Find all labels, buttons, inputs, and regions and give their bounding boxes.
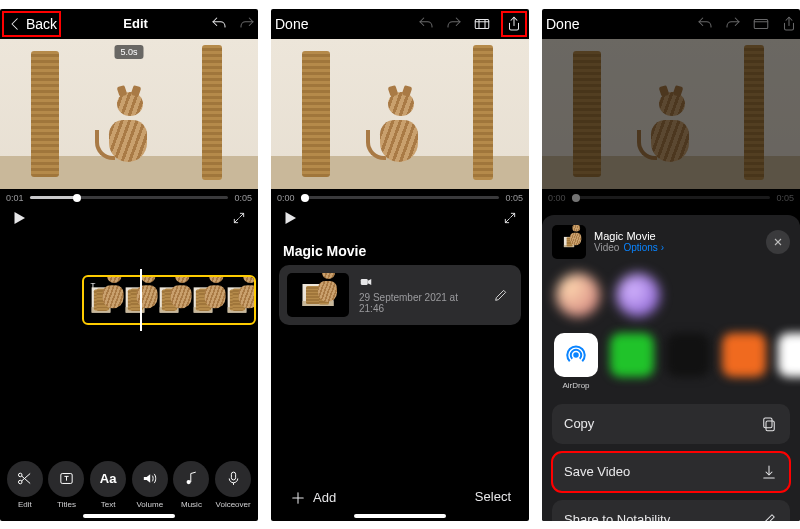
svg-point-3 [19, 473, 23, 477]
svg-point-8 [186, 480, 190, 484]
project-date: 29 September 2021 at 21:46 [359, 292, 479, 314]
redo-icon[interactable] [238, 15, 256, 33]
contact-avatar[interactable] [556, 273, 600, 317]
project-topbar: Done [271, 9, 529, 39]
chevron-left-icon [6, 15, 24, 33]
project-card[interactable]: 29 September 2021 at 21:46 [279, 265, 521, 325]
svg-line-16 [505, 218, 509, 222]
tool-music[interactable]: Music [171, 461, 211, 509]
svg-line-2 [240, 213, 244, 217]
preview-controls [271, 207, 529, 233]
tool-voiceover[interactable]: Voiceover [213, 461, 253, 509]
contact-avatar[interactable] [616, 273, 660, 317]
share-topbar: Done [542, 9, 800, 39]
svg-rect-9 [231, 472, 235, 480]
scrubber-track[interactable] [30, 196, 229, 199]
action-copy[interactable]: Copy [552, 404, 790, 444]
app-blurred[interactable] [666, 333, 710, 377]
svg-marker-0 [15, 212, 26, 224]
fullscreen-icon[interactable] [501, 209, 519, 227]
action-save-video[interactable]: Save Video [552, 452, 790, 492]
done-button: Done [544, 12, 581, 36]
svg-line-17 [511, 213, 515, 217]
titles-icon [58, 470, 75, 487]
project-thumbnail [287, 273, 349, 317]
video-preview[interactable] [271, 39, 529, 189]
tool-text[interactable]: Aa Text [88, 461, 128, 509]
svg-rect-28 [764, 418, 772, 428]
plus-icon [289, 489, 307, 507]
playhead[interactable] [140, 269, 142, 331]
undo-icon[interactable] [210, 15, 228, 33]
section-title: Magic Movie [271, 233, 529, 265]
share-button[interactable] [501, 11, 527, 37]
app-blurred[interactable] [722, 333, 766, 377]
editor-title: Edit [61, 16, 210, 31]
svg-rect-22 [754, 19, 768, 28]
back-label: Back [26, 16, 57, 32]
undo-icon [696, 15, 714, 33]
back-button[interactable]: Back [2, 11, 61, 37]
svg-rect-27 [766, 421, 774, 431]
duration-badge: 5.0s [114, 45, 143, 59]
undo-icon[interactable] [417, 15, 435, 33]
tool-volume[interactable]: Volume [130, 461, 170, 509]
svg-point-4 [19, 480, 23, 484]
video-frame [0, 39, 258, 189]
copy-icon [760, 415, 778, 433]
preview-controls [0, 207, 258, 233]
download-icon [760, 463, 778, 481]
redo-icon[interactable] [445, 15, 463, 33]
share-icon [780, 15, 798, 33]
edit-project-button[interactable] [489, 283, 513, 307]
svg-line-1 [234, 218, 238, 222]
svg-marker-15 [286, 212, 297, 224]
microphone-icon [225, 470, 242, 487]
play-icon[interactable] [10, 209, 28, 227]
volume-icon [141, 470, 158, 487]
scrubber: 0:00 0:05 [271, 189, 529, 207]
screen-share: Done 0:00 0:05 Magic Movie Video Options… [542, 9, 800, 521]
select-button[interactable]: Select [475, 489, 511, 507]
share-thumbnail [552, 225, 586, 259]
close-button[interactable] [766, 230, 790, 254]
screen-project: Done 0:00 0:05 Magic Movie 29 September … [271, 9, 529, 521]
scissors-icon [16, 470, 33, 487]
done-button[interactable]: Done [273, 12, 310, 36]
time-total: 0:05 [234, 193, 252, 203]
svg-marker-19 [368, 279, 372, 285]
share-apps-row: AirDrop [542, 329, 800, 404]
tool-titles[interactable]: Titles [46, 461, 86, 509]
share-title: Magic Movie [594, 230, 758, 242]
add-button[interactable]: Add [289, 489, 336, 507]
tool-edit[interactable]: Edit [5, 461, 45, 509]
svg-rect-11 [475, 19, 489, 28]
time-total: 0:05 [505, 193, 523, 203]
video-preview[interactable]: 5.0s [0, 39, 258, 189]
app-airdrop[interactable]: AirDrop [554, 333, 598, 390]
scrubber-track[interactable] [301, 196, 500, 199]
app-blurred[interactable] [778, 333, 800, 377]
home-indicator[interactable] [354, 514, 446, 518]
redo-icon [724, 15, 742, 33]
project-bottom-bar: Add Select [271, 489, 529, 507]
play-icon[interactable] [281, 209, 299, 227]
video-preview-dimmed [542, 39, 800, 189]
share-kind: Video [594, 242, 619, 253]
share-sheet: Magic Movie Video Options › [542, 215, 800, 521]
svg-point-26 [573, 352, 579, 358]
scrubber: 0:01 0:05 [0, 189, 258, 207]
video-camera-icon [359, 275, 373, 289]
timeline[interactable]: T [0, 275, 258, 331]
fullscreen-icon[interactable] [230, 209, 248, 227]
screen-editor: Back Edit 5.0s 0:01 0:05 T [0, 9, 258, 521]
home-indicator[interactable] [83, 514, 175, 518]
share-actions: Copy Save Video Share to Notability [542, 404, 800, 521]
share-options-link[interactable]: Options › [623, 242, 664, 253]
pencil-icon [760, 511, 778, 521]
action-share-notability[interactable]: Share to Notability [552, 500, 790, 521]
app-blurred[interactable] [610, 333, 654, 377]
share-contacts-row[interactable] [542, 267, 800, 329]
timeline-clip[interactable]: T [82, 275, 256, 325]
storyboard-icon[interactable] [473, 15, 491, 33]
